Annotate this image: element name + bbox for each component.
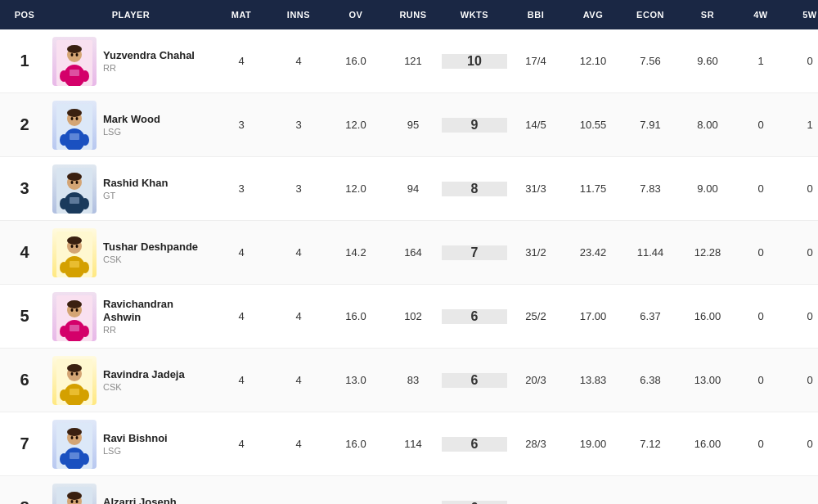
cell-bbi: 20/3: [507, 371, 564, 389]
cell-4w: 0: [736, 179, 785, 198]
cell-runs: 89: [384, 498, 442, 504]
player-name: Ravichandran Ashwin: [103, 298, 209, 323]
cell-pos: 3: [0, 176, 49, 201]
col-player: PLAYER: [49, 10, 213, 20]
player-team: CSK: [103, 254, 198, 264]
player-team: CSK: [103, 382, 185, 392]
col-inns: INNS: [270, 10, 327, 20]
cell-avg: 19.00: [564, 434, 622, 453]
col-bbi: BBI: [507, 10, 564, 20]
player-avatar: [52, 292, 97, 341]
cell-bbi: 14/5: [507, 115, 564, 134]
svg-rect-24: [70, 197, 79, 204]
cell-inns: 4: [270, 307, 327, 326]
cell-player: Ravi Bishnoi LSG: [49, 413, 213, 475]
cell-ov: 14.2: [327, 243, 384, 262]
cell-4w: 0: [736, 307, 785, 326]
cell-5w: 0: [785, 179, 818, 198]
cell-mat: 4: [213, 307, 270, 326]
cell-player: Ravindra Jadeja CSK: [49, 349, 213, 412]
cell-econ: 7.91: [622, 115, 679, 134]
col-econ: ECON: [622, 10, 679, 20]
player-name: Tushar Deshpande: [103, 241, 198, 254]
svg-point-8: [81, 70, 89, 82]
cell-sr: 13.00: [679, 371, 736, 389]
cell-ov: 16.0: [327, 307, 384, 326]
cell-4w: 0: [736, 115, 785, 134]
cell-runs: 94: [384, 179, 442, 198]
player-info: Ravi Bishnoi LSG: [103, 432, 168, 457]
cell-avg: 11.75: [564, 179, 622, 198]
svg-point-39: [67, 300, 82, 308]
col-5w: 5W: [785, 10, 818, 20]
svg-point-41: [76, 308, 79, 312]
cell-econ: 7.12: [622, 434, 679, 453]
player-name: Ravindra Jadeja: [103, 368, 185, 381]
player-info: Ravindra Jadeja CSK: [103, 368, 185, 393]
cell-4w: 0: [736, 434, 785, 453]
cell-player: Mark Wood LSG: [49, 94, 213, 156]
svg-point-34: [60, 262, 68, 273]
cell-econ: 6.38: [622, 371, 679, 389]
table-body: 1 Yuzvendra Chahal RR 4 4 16.0 121 10: [0, 29, 818, 504]
player-avatar: [52, 484, 97, 505]
svg-point-17: [81, 134, 89, 146]
stats-table: POS PLAYER MAT INNS OV RUNS WKTS BBI AVG…: [0, 0, 818, 504]
cell-ov: 12.0: [327, 115, 384, 134]
player-avatar: [52, 420, 97, 469]
svg-point-4: [71, 53, 74, 56]
cell-player: Ravichandran Ashwin RR: [49, 286, 213, 348]
svg-point-62: [81, 453, 89, 465]
svg-point-22: [71, 181, 74, 184]
player-name: Rashid Khan: [103, 177, 168, 190]
cell-mat: 4: [213, 243, 270, 262]
col-wkts: WKTS: [442, 10, 507, 20]
cell-bbi: 28/3: [507, 434, 564, 453]
player-name: Alzarri Joseph: [103, 496, 177, 504]
svg-point-32: [76, 245, 79, 248]
svg-point-40: [71, 308, 74, 312]
player-info: Mark Wood LSG: [103, 113, 160, 137]
svg-point-48: [67, 364, 82, 372]
cell-econ: 7.56: [622, 52, 679, 70]
svg-point-61: [60, 453, 68, 465]
svg-rect-15: [70, 133, 79, 140]
cell-4w: 0: [736, 371, 785, 389]
cell-inns: 4: [270, 52, 327, 70]
cell-econ: 11.44: [622, 243, 679, 262]
cell-mat: 4: [213, 52, 270, 70]
cell-pos: 6: [0, 367, 49, 393]
cell-pos: 2: [0, 112, 49, 137]
svg-point-49: [71, 372, 74, 376]
svg-point-50: [76, 372, 79, 376]
table-row: 1 Yuzvendra Chahal RR 4 4 16.0 121 10: [0, 29, 818, 93]
table-row: 3 Rashid Khan GT 3 3 12.0 94 8 31/3: [0, 157, 818, 221]
player-name: Yuzvendra Chahal: [103, 49, 195, 62]
svg-rect-51: [70, 389, 79, 395]
cell-sr: 12.28: [679, 243, 736, 262]
cell-runs: 102: [384, 307, 442, 326]
cell-runs: 121: [384, 52, 442, 70]
col-runs: RUNS: [384, 10, 442, 20]
cell-runs: 83: [384, 371, 442, 389]
cell-inns: 3: [270, 179, 327, 198]
cell-runs: 95: [384, 115, 442, 134]
cell-5w: 0: [785, 371, 818, 389]
table-row: 4 Tushar Deshpande CSK 4 4 14.2 164 7: [0, 221, 818, 285]
player-team: LSG: [103, 127, 160, 137]
cell-4w: 0: [736, 243, 785, 262]
table-row: 5 Ravichandran Ashwin RR 4 4 16.0 102 6: [0, 285, 818, 349]
cell-mat: 4: [213, 434, 270, 453]
svg-rect-60: [70, 452, 79, 459]
player-team: GT: [103, 191, 168, 200]
cell-bbi: 17/4: [507, 52, 564, 70]
svg-point-66: [67, 492, 82, 500]
svg-point-14: [76, 117, 79, 120]
player-info: Rashid Khan GT: [103, 177, 168, 201]
cell-sr: 8.00: [679, 115, 736, 134]
cell-mat: 3: [213, 115, 270, 134]
svg-point-53: [81, 389, 89, 401]
cell-5w: 0: [785, 52, 818, 70]
svg-point-13: [71, 117, 74, 120]
player-avatar: [52, 101, 97, 150]
